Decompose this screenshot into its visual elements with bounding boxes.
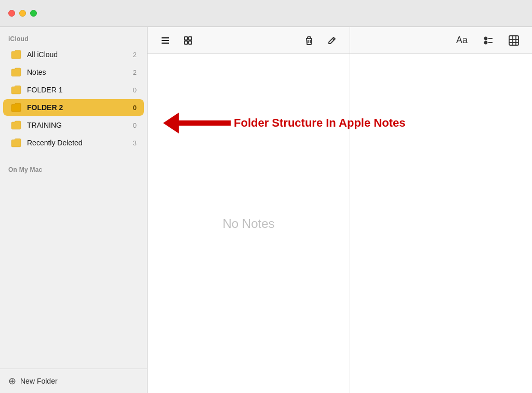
font-size-button[interactable]: Aa (454, 33, 470, 48)
svg-rect-16 (509, 36, 518, 45)
no-notes-message: No Notes (148, 54, 350, 393)
folder-icon (10, 138, 22, 147)
note-list-toolbar (148, 27, 350, 54)
sidebar-item-all-icloud[interactable]: All iCloud 2 (3, 46, 144, 63)
svg-rect-5 (184, 41, 188, 44)
item-count: 2 (133, 69, 137, 76)
svg-point-12 (485, 37, 487, 39)
icloud-section-label: iCloud (0, 27, 147, 46)
editor-panel: Aa (350, 27, 532, 393)
traffic-lights (8, 10, 37, 17)
item-count: 3 (133, 139, 137, 147)
delete-button[interactable] (302, 33, 316, 48)
sidebar-item-folder1[interactable]: FOLDER 1 0 (3, 82, 144, 98)
folder-icon (10, 103, 22, 112)
editor-content[interactable] (350, 54, 532, 393)
new-folder-label: New Folder (20, 377, 58, 385)
folder-icon (10, 120, 22, 130)
sort-button[interactable] (480, 33, 496, 48)
list-view-button[interactable] (158, 33, 172, 48)
item-name: All iCloud (27, 50, 129, 59)
new-folder-button[interactable]: ⊕ New Folder (0, 369, 147, 393)
main-layout: iCloud All iCloud 2 Notes 2 (0, 27, 532, 393)
item-count: 0 (133, 121, 137, 129)
sidebar-item-training[interactable]: TRAINING 0 (3, 117, 144, 133)
item-count: 2 (133, 51, 137, 59)
editor-toolbar: Aa (350, 27, 532, 54)
folder-icon (10, 67, 22, 77)
grid-view-button[interactable] (181, 33, 195, 48)
font-label: Aa (456, 35, 468, 46)
minimize-button[interactable] (19, 10, 26, 17)
svg-rect-4 (189, 37, 192, 40)
item-name: Notes (27, 68, 129, 76)
table-button[interactable] (506, 33, 522, 48)
sidebar-item-folder2[interactable]: FOLDER 2 0 (3, 99, 144, 116)
item-name: FOLDER 1 (27, 86, 129, 94)
item-name: TRAINING (27, 121, 129, 129)
maximize-button[interactable] (30, 10, 37, 17)
item-name: FOLDER 2 (27, 103, 129, 112)
compose-button[interactable] (325, 33, 339, 48)
svg-rect-6 (189, 41, 192, 44)
sidebar: iCloud All iCloud 2 Notes 2 (0, 27, 148, 393)
item-name: Recently Deleted (27, 139, 129, 147)
close-button[interactable] (8, 10, 15, 17)
sidebar-item-notes[interactable]: Notes 2 (3, 64, 144, 80)
item-count: 0 (133, 86, 137, 94)
folder-icon (10, 85, 22, 94)
onmymac-section-label: On My Mac (0, 158, 147, 177)
svg-rect-3 (184, 37, 188, 40)
plus-circle-icon: ⊕ (8, 376, 16, 386)
title-bar (0, 0, 532, 27)
note-list-panel: No Notes Folder Structure In Apple Notes (148, 27, 350, 393)
item-count: 0 (133, 104, 137, 112)
svg-line-9 (332, 38, 334, 40)
folder-icon (10, 50, 22, 59)
sidebar-item-recently-deleted[interactable]: Recently Deleted 3 (3, 134, 144, 151)
svg-point-13 (485, 41, 487, 44)
